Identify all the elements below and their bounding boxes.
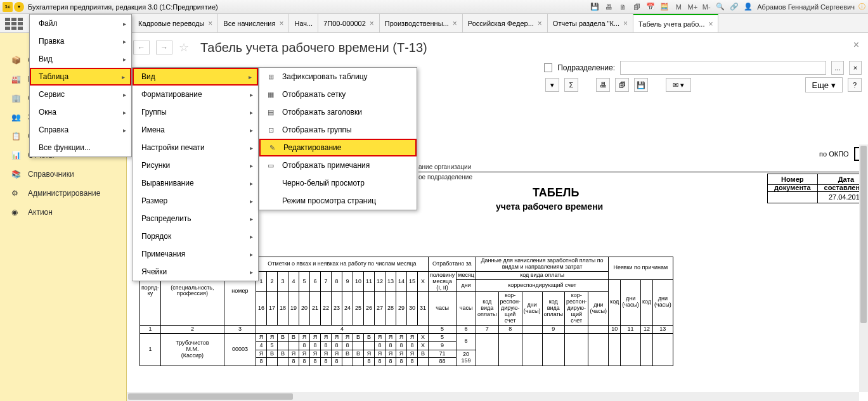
- tab-close-icon[interactable]: ×: [623, 19, 628, 28]
- link-icon[interactable]: 🔗: [729, 2, 739, 12]
- menu-item[interactable]: Настройки печати: [133, 139, 258, 156]
- subdivision-checkbox[interactable]: [544, 63, 552, 72]
- menu-item[interactable]: Порядок: [133, 227, 258, 245]
- titlebar-icons: 💾 🖶 🗎 🗐 📅 🧮 M M+ M- 🔍 🔗 👤: [590, 2, 753, 12]
- menu-item[interactable]: Примечания: [133, 245, 258, 263]
- sidebar-item[interactable]: ◉Актион: [0, 203, 126, 222]
- subdivision-clear-button[interactable]: ×: [849, 61, 862, 75]
- menu-item[interactable]: ✎Редактирование: [259, 139, 417, 156]
- sidebar-label: Актион: [28, 208, 53, 217]
- apps-grid-icon[interactable]: [5, 18, 24, 30]
- menu-item[interactable]: Распределить: [133, 210, 258, 227]
- menu-item[interactable]: ▭Отображать примечания: [259, 156, 417, 174]
- m-icon[interactable]: M: [673, 2, 683, 12]
- mplus-icon[interactable]: M+: [687, 2, 697, 12]
- nav-back[interactable]: ←: [133, 41, 150, 54]
- sidebar-icon: 📋: [11, 132, 22, 141]
- menu-item[interactable]: Выравнивание: [133, 174, 258, 192]
- dropdown-button[interactable]: ▾: [545, 78, 559, 92]
- print-button[interactable]: 🖶: [596, 78, 610, 92]
- menu-item[interactable]: Таблица: [30, 68, 131, 86]
- preview-icon[interactable]: 🗎: [618, 2, 628, 12]
- sidebar-icon: 🏢: [11, 94, 22, 103]
- menu-item[interactable]: Сервис: [30, 86, 131, 103]
- close-document[interactable]: ×: [853, 39, 859, 51]
- sum-button[interactable]: Σ: [564, 78, 578, 92]
- tab[interactable]: Кадровые переводы×: [133, 14, 218, 32]
- menu-item[interactable]: Правка: [30, 32, 131, 50]
- save-icon[interactable]: 💾: [590, 2, 600, 12]
- print-icon[interactable]: 🖶: [604, 2, 614, 12]
- mail-button[interactable]: ✉ ▾: [666, 78, 691, 92]
- app-menu-dropdown[interactable]: ▾: [14, 2, 24, 12]
- menu-item[interactable]: ⊡Отображать группы: [259, 121, 417, 139]
- menu-item[interactable]: Вид: [30, 50, 131, 68]
- menu-item[interactable]: Ячейки: [133, 263, 258, 281]
- nav-forward[interactable]: →: [156, 41, 172, 54]
- menu-item-icon: ✎: [267, 143, 277, 153]
- tab[interactable]: Российская Федер...×: [463, 14, 548, 32]
- tab[interactable]: Табель учета рабо...×: [633, 14, 718, 32]
- menu-item[interactable]: Размер: [133, 192, 258, 210]
- tab[interactable]: 7П00-000002×: [318, 14, 380, 32]
- sidebar-label: Администрирование: [28, 189, 100, 198]
- table-submenu[interactable]: ВидФорматированиеГруппыИменаНастройки пе…: [132, 67, 259, 281]
- menu-item-icon: ▭: [266, 160, 276, 170]
- menu-item-icon: ▤: [266, 107, 276, 117]
- subdivision-field[interactable]: [620, 61, 826, 75]
- view-submenu[interactable]: ⊞Зафиксировать таблицу▦Отображать сетку▤…: [259, 67, 417, 210]
- menu-item[interactable]: Все функции...: [30, 139, 131, 156]
- sidebar-icon: ◉: [11, 208, 22, 217]
- tab-close-icon[interactable]: ×: [453, 19, 457, 28]
- save-button[interactable]: 💾: [634, 78, 648, 92]
- compare-icon[interactable]: 🗐: [632, 2, 642, 12]
- sidebar-item[interactable]: 📚Справочники: [0, 165, 126, 184]
- tab-close-icon[interactable]: ×: [538, 19, 542, 28]
- menu-item[interactable]: Справка: [30, 121, 131, 139]
- help-button[interactable]: ?: [848, 78, 862, 92]
- logo-icon: 1c: [3, 2, 13, 12]
- info-icon[interactable]: ⓘ: [858, 2, 865, 11]
- favorite-star-icon[interactable]: ☆: [179, 41, 189, 54]
- tab-close-icon[interactable]: ×: [370, 19, 374, 28]
- menu-item-icon: ▦: [266, 89, 276, 99]
- menu-item[interactable]: ⊞Зафиксировать таблицу: [259, 68, 417, 86]
- calendar-icon[interactable]: 🧮: [659, 2, 670, 12]
- tab[interactable]: Отчеты раздела "К...×: [548, 14, 633, 32]
- menu-item[interactable]: Вид: [133, 68, 258, 86]
- menu-item[interactable]: Файл: [30, 15, 131, 32]
- main-menu[interactable]: ФайлПравкаВидТаблицаСервисОкнаСправкаВсе…: [29, 14, 132, 157]
- tab[interactable]: Все начисления×: [218, 14, 289, 32]
- copy-button[interactable]: 🗐: [615, 78, 629, 92]
- calc-icon[interactable]: 📅: [645, 2, 656, 12]
- sidebar-icon: 📊: [11, 151, 22, 160]
- sidebar-icon: 📚: [11, 170, 22, 179]
- menu-item[interactable]: ▦Отображать сетку: [259, 86, 417, 103]
- menu-item[interactable]: ▤Отображать заголовки: [259, 103, 417, 121]
- menu-item[interactable]: Имена: [133, 121, 258, 139]
- menu-item[interactable]: Режим просмотра страниц: [259, 192, 417, 210]
- tab-close-icon[interactable]: ×: [708, 20, 713, 29]
- zoom-icon[interactable]: 🔍: [715, 2, 725, 12]
- mminus-icon[interactable]: M-: [701, 2, 711, 12]
- menu-item[interactable]: Рисунки: [133, 156, 258, 174]
- menu-item-icon: ⊞: [266, 72, 276, 82]
- horizontal-scrollbar[interactable]: [127, 392, 859, 401]
- vertical-scrollbar[interactable]: [859, 144, 868, 392]
- more-button[interactable]: Еще ▾: [805, 77, 843, 92]
- menu-item[interactable]: Группы: [133, 103, 258, 121]
- doc-number-date-table: НомерДата документасоставления 27.04.201…: [767, 174, 868, 203]
- sidebar-icon: 👥: [11, 113, 22, 122]
- menu-item[interactable]: Окна: [30, 103, 131, 121]
- tab[interactable]: Нач...: [289, 14, 318, 32]
- sidebar-item[interactable]: ⚙Администрирование: [0, 184, 126, 203]
- menu-item[interactable]: Форматирование: [133, 86, 258, 103]
- tab-close-icon[interactable]: ×: [279, 19, 283, 28]
- tab-close-icon[interactable]: ×: [208, 19, 212, 28]
- subdivision-select-button[interactable]: ...: [831, 61, 844, 75]
- menu-item[interactable]: Черно-белый просмотр: [259, 174, 417, 192]
- sidebar-icon: 🏭: [11, 75, 22, 84]
- tab[interactable]: Производственны...×: [380, 14, 463, 32]
- app-title: Бухгалтерия предприятия, редакция 3.0 (1…: [28, 3, 218, 11]
- okpo-label: по ОКПО: [819, 150, 849, 158]
